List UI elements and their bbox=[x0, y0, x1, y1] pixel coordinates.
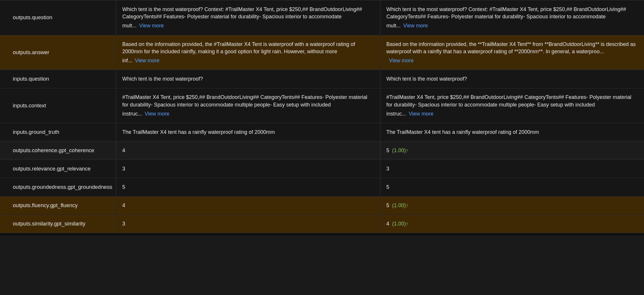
value-cell-right: 5(1.00)↑ bbox=[381, 142, 644, 159]
view-more-link[interactable]: View more bbox=[403, 23, 428, 29]
value-cell-right: The TrailMaster X4 tent has a rainfly wa… bbox=[381, 123, 644, 141]
metric-delta: (1.00)↑ bbox=[392, 202, 408, 209]
table-row: inputs.ground_truthThe TrailMaster X4 te… bbox=[0, 123, 644, 141]
comparison-table: outputs.questionWhich tent is the most w… bbox=[0, 0, 644, 235]
arrow-up-icon: ↑ bbox=[406, 202, 408, 208]
metric-value: 3 bbox=[122, 165, 125, 172]
metric-value: 5 bbox=[386, 184, 389, 191]
metric-value: 4 bbox=[122, 202, 125, 209]
row-key: outputs.fluency.gpt_fluency bbox=[0, 197, 116, 214]
metric-value: 5 bbox=[386, 202, 389, 209]
cell-text-tail: inf... bbox=[122, 58, 132, 63]
metric-value: 3 bbox=[122, 220, 125, 227]
cell-text: Which tent is the most waterproof? Conte… bbox=[122, 6, 362, 19]
value-cell-right: Based on the information provided, the *… bbox=[381, 35, 644, 70]
view-more-link[interactable]: View more bbox=[389, 58, 414, 63]
view-more-link[interactable]: View more bbox=[409, 111, 434, 117]
cell-text: Based on the information provided, the *… bbox=[386, 41, 636, 54]
cell-text: Which tent is the most waterproof? Conte… bbox=[386, 6, 626, 19]
value-cell-right: 5 bbox=[381, 178, 644, 196]
value-cell-left: 5 bbox=[116, 178, 381, 196]
cell-text: #TrailMaster X4 Tent, price $250,## Bran… bbox=[122, 94, 367, 107]
metric-value: 4 bbox=[122, 147, 125, 154]
value-cell-left: 3 bbox=[116, 160, 381, 178]
table-row: outputs.similarity.gpt_similarity34(1.00… bbox=[0, 214, 644, 233]
row-key: outputs.coherence.gpt_coherence bbox=[0, 142, 116, 159]
table-row: outputs.fluency.gpt_fluency45(1.00)↑ bbox=[0, 196, 644, 214]
row-key: inputs.ground_truth bbox=[0, 123, 116, 141]
value-cell-left: 4 bbox=[116, 197, 381, 214]
value-cell-left: #TrailMaster X4 Tent, price $250,## Bran… bbox=[116, 88, 381, 123]
cell-text-tail: instruc... bbox=[122, 111, 142, 117]
metric-delta: (1.00)↑ bbox=[392, 147, 408, 154]
table-row: outputs.groundedness.gpt_groundedness55 bbox=[0, 178, 644, 196]
cell-text: The TrailMaster X4 tent has a rainfly wa… bbox=[122, 129, 275, 135]
row-key: outputs.relevance.gpt_relevance bbox=[0, 160, 116, 178]
row-key: inputs.context bbox=[0, 88, 116, 123]
arrow-up-icon: ↑ bbox=[406, 221, 408, 227]
row-key: inputs.question bbox=[0, 70, 116, 88]
table-row: outputs.questionWhich tent is the most w… bbox=[0, 0, 644, 35]
row-key: outputs.groundedness.gpt_groundedness bbox=[0, 178, 116, 196]
table-row: outputs.coherence.gpt_coherence45(1.00)↑ bbox=[0, 141, 644, 159]
value-cell-right: 5(1.00)↑ bbox=[381, 197, 644, 214]
table-row: inputs.context#TrailMaster X4 Tent, pric… bbox=[0, 88, 644, 123]
cell-text-tail: mult... bbox=[122, 23, 137, 29]
metric-value: 5 bbox=[122, 184, 125, 191]
arrow-up-icon: ↑ bbox=[406, 148, 408, 153]
cell-text: Based on the information provided, the #… bbox=[122, 41, 355, 54]
value-cell-right: Which tent is the most waterproof? bbox=[381, 70, 644, 88]
value-cell-left: Based on the information provided, the #… bbox=[116, 35, 381, 70]
value-cell-left: 3 bbox=[116, 215, 381, 233]
row-key: outputs.answer bbox=[0, 35, 116, 70]
value-cell-left: The TrailMaster X4 tent has a rainfly wa… bbox=[116, 123, 381, 141]
table-row: inputs.questionWhich tent is the most wa… bbox=[0, 70, 644, 88]
metric-delta: (1.00)↑ bbox=[392, 220, 408, 227]
table-row: outputs.relevance.gpt_relevance33 bbox=[0, 159, 644, 178]
value-cell-left: Which tent is the most waterproof? bbox=[116, 70, 381, 88]
value-cell-right: #TrailMaster X4 Tent, price $250,## Bran… bbox=[381, 88, 644, 123]
value-cell-left: 4 bbox=[116, 142, 381, 159]
value-cell-right: 4(1.00)↑ bbox=[381, 215, 644, 233]
view-more-link[interactable]: View more bbox=[135, 58, 160, 63]
row-key: outputs.question bbox=[0, 1, 116, 35]
cell-text-tail: instruc... bbox=[386, 111, 406, 117]
cell-text-tail: mult... bbox=[386, 23, 401, 29]
metric-value: 3 bbox=[386, 165, 389, 172]
value-cell-right: Which tent is the most waterproof? Conte… bbox=[381, 1, 644, 35]
table-row: outputs.answerBased on the information p… bbox=[0, 35, 644, 70]
metric-value: 4 bbox=[386, 220, 389, 227]
view-more-link[interactable]: View more bbox=[145, 111, 169, 117]
metric-value: 5 bbox=[386, 147, 389, 154]
value-cell-right: 3 bbox=[381, 160, 644, 178]
cell-text: Which tent is the most waterproof? bbox=[386, 76, 467, 82]
cell-text: Which tent is the most waterproof? bbox=[122, 76, 203, 82]
view-more-link[interactable]: View more bbox=[139, 23, 164, 29]
value-cell-left: Which tent is the most waterproof? Conte… bbox=[116, 1, 381, 35]
row-key: outputs.similarity.gpt_similarity bbox=[0, 215, 116, 233]
cell-text: #TrailMaster X4 Tent, price $250,## Bran… bbox=[386, 94, 631, 107]
table-bottom-divider bbox=[0, 233, 644, 235]
cell-text: The TrailMaster X4 tent has a rainfly wa… bbox=[386, 129, 539, 135]
